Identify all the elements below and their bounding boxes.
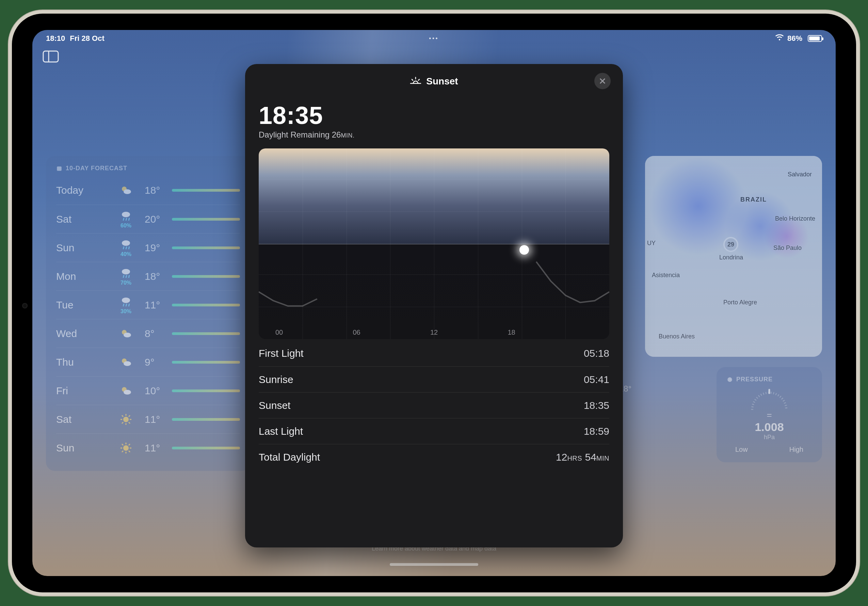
temp-range-bar bbox=[172, 304, 240, 307]
weather-icon bbox=[107, 442, 145, 454]
pressure-header: PRESSURE bbox=[736, 376, 773, 383]
svg-line-36 bbox=[122, 422, 123, 423]
forecast-low: 9° bbox=[145, 356, 172, 368]
weather-icon bbox=[107, 184, 145, 197]
detail-label: First Light bbox=[259, 347, 304, 359]
detail-label: Sunset bbox=[259, 400, 290, 411]
map-label: São Paulo bbox=[773, 245, 801, 252]
forecast-low: 19° bbox=[145, 242, 172, 254]
screen: 18:10 Fri 28 Oct ••• 86% bbox=[33, 30, 835, 576]
ipad-frame: 18:10 Fri 28 Oct ••• 86% bbox=[12, 14, 856, 592]
sun-altitude-chart[interactable]: 00 06 12 18 bbox=[259, 149, 609, 339]
svg-point-4 bbox=[122, 187, 127, 191]
sun-detail-row: First Light05:18 bbox=[259, 341, 609, 366]
svg-point-27 bbox=[124, 390, 131, 395]
sunset-icon bbox=[410, 76, 422, 87]
detail-value: 05:18 bbox=[584, 347, 609, 359]
forecast-row[interactable]: Sun11° bbox=[56, 433, 240, 462]
map-label: Londrina bbox=[719, 254, 743, 261]
forecast-day: Wed bbox=[56, 328, 107, 339]
svg-line-12 bbox=[126, 246, 127, 249]
forecast-row[interactable]: Tue30%11° bbox=[56, 290, 240, 319]
battery-icon bbox=[806, 35, 822, 42]
svg-line-43 bbox=[129, 451, 130, 452]
detail-value: 18:59 bbox=[584, 426, 609, 437]
pressure-value: 1.008 bbox=[755, 420, 784, 434]
weather-icon bbox=[107, 356, 145, 368]
sidebar-toggle[interactable] bbox=[43, 50, 60, 64]
sunset-sheet: Sunset 18:35 Daylight Remaining 26MIN. bbox=[245, 64, 623, 547]
svg-point-22 bbox=[122, 330, 127, 335]
forecast-row[interactable]: Today18° bbox=[56, 176, 240, 205]
svg-line-44 bbox=[129, 444, 130, 445]
map-label: Belo Horizonte bbox=[775, 215, 815, 222]
current-sun-position bbox=[519, 245, 529, 255]
precipitation-map[interactable]: Salvador BRAZIL Belo Horizonte São Paulo… bbox=[645, 156, 822, 357]
svg-point-18 bbox=[122, 298, 130, 303]
sun-detail-row: Sunset18:35 bbox=[259, 392, 609, 418]
home-indicator[interactable] bbox=[390, 563, 478, 566]
svg-line-45 bbox=[122, 451, 123, 452]
svg-line-7 bbox=[123, 218, 124, 221]
forecast-day: Sat bbox=[56, 414, 107, 425]
forecast-row[interactable]: Thu9° bbox=[56, 347, 240, 376]
svg-line-15 bbox=[123, 275, 124, 278]
pressure-eq: = bbox=[767, 410, 772, 420]
svg-point-23 bbox=[124, 333, 131, 337]
sun-detail-row: Last Light18:59 bbox=[259, 418, 609, 444]
front-camera bbox=[22, 303, 28, 308]
forecast-low: 8° bbox=[145, 328, 172, 339]
forecast-row[interactable]: Mon70%18° bbox=[56, 262, 240, 290]
status-date: Fri 28 Oct bbox=[70, 34, 104, 43]
sun-detail-row: Total Daylight12HRS 54MIN bbox=[259, 444, 609, 470]
sunset-time: 18:35 bbox=[259, 101, 609, 129]
svg-line-35 bbox=[129, 415, 130, 417]
weather-icon: 60% bbox=[107, 210, 145, 229]
svg-line-17 bbox=[129, 275, 129, 278]
forecast-row[interactable]: Sun40%19° bbox=[56, 233, 240, 262]
svg-line-9 bbox=[129, 218, 129, 221]
close-button[interactable] bbox=[594, 73, 611, 89]
temp-range-bar bbox=[172, 447, 240, 449]
svg-point-14 bbox=[122, 269, 130, 274]
forecast-low: 18° bbox=[145, 271, 172, 282]
temp-range-bar bbox=[172, 418, 240, 421]
svg-point-6 bbox=[122, 212, 130, 217]
forecast-row[interactable]: Fri10° bbox=[56, 376, 240, 405]
forecast-row[interactable]: Sat11° bbox=[56, 405, 240, 433]
map-label: Porto Alegre bbox=[723, 299, 757, 306]
detail-label: Total Daylight bbox=[259, 451, 320, 463]
sun-details: First Light05:18Sunrise05:41Sunset18:35L… bbox=[259, 341, 609, 470]
weather-icon bbox=[107, 385, 145, 397]
map-label: Buenos Aires bbox=[659, 333, 695, 340]
forecast-row[interactable]: Wed8° bbox=[56, 319, 240, 347]
forecast-row[interactable]: Sat60%20° bbox=[56, 205, 240, 233]
pressure-high-label: High bbox=[789, 446, 803, 454]
forecast-day: Thu bbox=[56, 356, 107, 368]
detail-value: 05:41 bbox=[584, 374, 609, 385]
forecast-card[interactable]: 10-DAY FORECAST Today18°Sat60%20°Sun40%1… bbox=[46, 156, 250, 471]
map-label: Salvador bbox=[788, 171, 812, 178]
svg-rect-0 bbox=[43, 51, 58, 62]
pressure-card[interactable]: PRESSURE = 1.008 hPa Low High bbox=[716, 367, 822, 462]
map-pin[interactable]: 29 bbox=[723, 237, 738, 252]
temp-range-bar bbox=[172, 275, 240, 278]
multitask-dots[interactable]: ••• bbox=[305, 36, 563, 42]
svg-line-42 bbox=[122, 444, 123, 445]
forecast-day: Mon bbox=[56, 271, 107, 282]
svg-line-34 bbox=[129, 422, 130, 423]
sun-curve bbox=[259, 149, 609, 325]
svg-line-33 bbox=[122, 415, 123, 417]
temp-range-bar bbox=[172, 332, 240, 335]
daylight-remaining: Daylight Remaining 26MIN. bbox=[259, 130, 609, 139]
forecast-day: Sun bbox=[56, 242, 107, 254]
forecast-low: 10° bbox=[145, 385, 172, 397]
svg-line-21 bbox=[129, 304, 129, 307]
temp-range-bar bbox=[172, 246, 240, 249]
svg-point-37 bbox=[123, 445, 129, 451]
temp-range-bar bbox=[172, 361, 240, 364]
pressure-low-label: Low bbox=[735, 446, 748, 454]
svg-point-24 bbox=[122, 358, 127, 363]
detail-label: Sunrise bbox=[259, 374, 293, 385]
forecast-day: Fri bbox=[56, 385, 107, 397]
